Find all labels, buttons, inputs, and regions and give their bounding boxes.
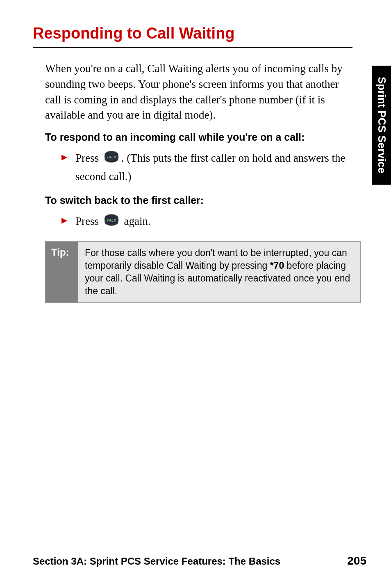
page-heading: Responding to Call Waiting <box>33 25 358 42</box>
bullet-item: Press TALK . (This puts the first caller… <box>61 150 348 185</box>
bullet-text-before: Press <box>75 215 102 227</box>
heading-underline <box>33 47 352 48</box>
tip-label: Tip: <box>45 242 78 302</box>
bullet-marker-icon <box>61 153 67 162</box>
footer-section-text: Section 3A: Sprint PCS Service Features:… <box>33 556 280 567</box>
tip-content: For those calls where you don't want to … <box>78 242 360 302</box>
footer-page-number: 205 <box>347 554 366 567</box>
bullet-text-after: again. <box>121 215 151 227</box>
subheading-respond: To respond to an incoming call while you… <box>45 131 358 143</box>
intro-paragraph: When you're on a call, Call Waiting aler… <box>45 61 352 123</box>
tip-code: *70 <box>270 260 284 271</box>
bullet-marker-icon <box>61 216 67 226</box>
bullet-item: Press TALK again. <box>61 213 348 231</box>
talk-button-icon: TALK <box>103 150 120 168</box>
svg-marker-0 <box>61 155 67 160</box>
tip-box: Tip: For those calls where you don't wan… <box>45 241 361 303</box>
subheading-switch-back: To switch back to the first caller: <box>45 194 358 206</box>
talk-button-icon: TALK <box>103 213 120 231</box>
bullet-text: Press TALK again. <box>75 213 348 231</box>
side-tab: Sprint PCS Service <box>372 66 391 185</box>
svg-text:TALK: TALK <box>107 155 117 159</box>
footer: Section 3A: Sprint PCS Service Features:… <box>33 554 366 567</box>
bullet-text: Press TALK . (This puts the first caller… <box>75 150 348 185</box>
svg-marker-2 <box>61 218 67 224</box>
svg-text:TALK: TALK <box>107 218 117 222</box>
bullet-text-before: Press <box>75 152 102 164</box>
